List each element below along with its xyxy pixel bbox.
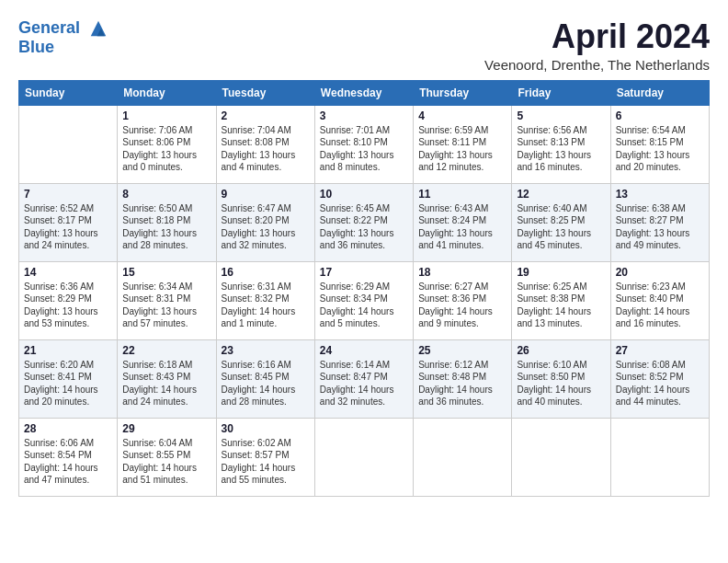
day-info: Sunrise: 6:02 AMSunset: 8:57 PMDaylight:… bbox=[222, 437, 310, 487]
weekday-header: Monday bbox=[118, 80, 216, 105]
calendar-cell: 10Sunrise: 6:45 AMSunset: 8:22 PMDayligh… bbox=[314, 183, 413, 261]
calendar-cell bbox=[414, 418, 512, 496]
day-info: Sunrise: 6:27 AMSunset: 8:36 PMDaylight:… bbox=[418, 281, 506, 330]
calendar-cell: 2Sunrise: 7:04 AMSunset: 8:08 PMDaylight… bbox=[216, 105, 314, 183]
day-number: 10 bbox=[320, 188, 408, 201]
day-number: 8 bbox=[122, 188, 210, 201]
day-number: 19 bbox=[517, 266, 605, 279]
calendar-table: SundayMondayTuesdayWednesdayThursdayFrid… bbox=[18, 80, 710, 497]
day-number: 2 bbox=[222, 109, 310, 122]
day-number: 5 bbox=[517, 109, 605, 122]
day-number: 29 bbox=[122, 422, 210, 435]
month-title: April 2024 bbox=[484, 18, 710, 55]
day-info: Sunrise: 6:14 AMSunset: 8:47 PMDaylight:… bbox=[320, 359, 408, 408]
calendar-cell: 30Sunrise: 6:02 AMSunset: 8:57 PMDayligh… bbox=[216, 418, 314, 496]
day-number: 30 bbox=[222, 422, 310, 435]
day-number: 20 bbox=[616, 266, 704, 279]
day-number: 9 bbox=[222, 188, 310, 201]
weekday-header: Saturday bbox=[610, 80, 709, 105]
calendar-cell: 8Sunrise: 6:50 AMSunset: 8:18 PMDaylight… bbox=[118, 183, 216, 261]
day-number: 1 bbox=[122, 109, 210, 122]
calendar-cell: 9Sunrise: 6:47 AMSunset: 8:20 PMDaylight… bbox=[216, 183, 314, 261]
weekday-header: Thursday bbox=[414, 80, 512, 105]
logo-text: General bbox=[18, 18, 108, 39]
day-info: Sunrise: 7:04 AMSunset: 8:08 PMDaylight:… bbox=[222, 124, 310, 174]
day-number: 4 bbox=[418, 109, 506, 122]
day-number: 16 bbox=[222, 266, 310, 279]
day-number: 24 bbox=[320, 344, 408, 357]
day-number: 18 bbox=[418, 266, 506, 279]
calendar-cell: 26Sunrise: 6:10 AMSunset: 8:50 PMDayligh… bbox=[512, 339, 610, 418]
day-number: 3 bbox=[320, 109, 408, 122]
day-number: 22 bbox=[122, 344, 210, 357]
day-info: Sunrise: 6:25 AMSunset: 8:38 PMDaylight:… bbox=[517, 281, 605, 330]
day-info: Sunrise: 6:29 AMSunset: 8:34 PMDaylight:… bbox=[320, 281, 408, 330]
weekday-header: Tuesday bbox=[216, 80, 314, 105]
day-info: Sunrise: 6:06 AMSunset: 8:54 PMDaylight:… bbox=[24, 437, 112, 487]
day-info: Sunrise: 6:59 AMSunset: 8:11 PMDaylight:… bbox=[418, 124, 506, 174]
day-info: Sunrise: 6:36 AMSunset: 8:29 PMDaylight:… bbox=[24, 281, 112, 330]
day-info: Sunrise: 7:01 AMSunset: 8:10 PMDaylight:… bbox=[320, 124, 408, 174]
calendar-cell: 17Sunrise: 6:29 AMSunset: 8:34 PMDayligh… bbox=[314, 261, 413, 339]
day-info: Sunrise: 6:16 AMSunset: 8:45 PMDaylight:… bbox=[222, 359, 310, 408]
day-info: Sunrise: 6:47 AMSunset: 8:20 PMDaylight:… bbox=[222, 202, 310, 252]
day-number: 28 bbox=[24, 422, 112, 435]
day-info: Sunrise: 6:38 AMSunset: 8:27 PMDaylight:… bbox=[616, 202, 704, 252]
calendar-cell: 5Sunrise: 6:56 AMSunset: 8:13 PMDaylight… bbox=[512, 105, 610, 183]
day-number: 14 bbox=[24, 266, 112, 279]
calendar-cell: 24Sunrise: 6:14 AMSunset: 8:47 PMDayligh… bbox=[314, 339, 413, 418]
day-info: Sunrise: 6:50 AMSunset: 8:18 PMDaylight:… bbox=[122, 202, 210, 252]
calendar-cell: 21Sunrise: 6:20 AMSunset: 8:41 PMDayligh… bbox=[19, 339, 118, 418]
page-header: General Blue April 2024 Veenoord, Drenth… bbox=[18, 18, 710, 73]
day-info: Sunrise: 6:40 AMSunset: 8:25 PMDaylight:… bbox=[517, 202, 605, 252]
location: Veenoord, Drenthe, The Netherlands bbox=[484, 57, 710, 73]
calendar-cell: 25Sunrise: 6:12 AMSunset: 8:48 PMDayligh… bbox=[414, 339, 512, 418]
day-info: Sunrise: 6:56 AMSunset: 8:13 PMDaylight:… bbox=[517, 124, 605, 174]
day-info: Sunrise: 6:45 AMSunset: 8:22 PMDaylight:… bbox=[320, 202, 408, 252]
day-info: Sunrise: 6:08 AMSunset: 8:52 PMDaylight:… bbox=[616, 359, 704, 408]
day-number: 23 bbox=[222, 344, 310, 357]
day-info: Sunrise: 6:20 AMSunset: 8:41 PMDaylight:… bbox=[24, 359, 112, 408]
calendar-cell: 4Sunrise: 6:59 AMSunset: 8:11 PMDaylight… bbox=[414, 105, 512, 183]
logo: General Blue bbox=[18, 18, 108, 57]
day-number: 27 bbox=[616, 344, 704, 357]
day-info: Sunrise: 6:18 AMSunset: 8:43 PMDaylight:… bbox=[122, 359, 210, 408]
weekday-header: Wednesday bbox=[314, 80, 413, 105]
day-number: 12 bbox=[517, 188, 605, 201]
calendar-cell bbox=[610, 418, 709, 496]
calendar-cell: 23Sunrise: 6:16 AMSunset: 8:45 PMDayligh… bbox=[216, 339, 314, 418]
day-info: Sunrise: 6:52 AMSunset: 8:17 PMDaylight:… bbox=[24, 202, 112, 252]
calendar-cell: 3Sunrise: 7:01 AMSunset: 8:10 PMDaylight… bbox=[314, 105, 413, 183]
calendar-cell bbox=[512, 418, 610, 496]
day-info: Sunrise: 6:10 AMSunset: 8:50 PMDaylight:… bbox=[517, 359, 605, 408]
calendar-cell bbox=[19, 105, 118, 183]
calendar-cell: 13Sunrise: 6:38 AMSunset: 8:27 PMDayligh… bbox=[610, 183, 709, 261]
calendar-cell: 6Sunrise: 6:54 AMSunset: 8:15 PMDaylight… bbox=[610, 105, 709, 183]
calendar-cell: 27Sunrise: 6:08 AMSunset: 8:52 PMDayligh… bbox=[610, 339, 709, 418]
day-number: 15 bbox=[122, 266, 210, 279]
calendar-cell: 1Sunrise: 7:06 AMSunset: 8:06 PMDaylight… bbox=[118, 105, 216, 183]
calendar-cell: 20Sunrise: 6:23 AMSunset: 8:40 PMDayligh… bbox=[610, 261, 709, 339]
day-info: Sunrise: 6:43 AMSunset: 8:24 PMDaylight:… bbox=[418, 202, 506, 252]
weekday-header: Sunday bbox=[19, 80, 118, 105]
calendar-cell: 18Sunrise: 6:27 AMSunset: 8:36 PMDayligh… bbox=[414, 261, 512, 339]
calendar-cell: 22Sunrise: 6:18 AMSunset: 8:43 PMDayligh… bbox=[118, 339, 216, 418]
calendar-cell: 7Sunrise: 6:52 AMSunset: 8:17 PMDaylight… bbox=[19, 183, 118, 261]
calendar-cell: 29Sunrise: 6:04 AMSunset: 8:55 PMDayligh… bbox=[118, 418, 216, 496]
day-number: 26 bbox=[517, 344, 605, 357]
calendar-cell: 15Sunrise: 6:34 AMSunset: 8:31 PMDayligh… bbox=[118, 261, 216, 339]
calendar-cell: 14Sunrise: 6:36 AMSunset: 8:29 PMDayligh… bbox=[19, 261, 118, 339]
day-info: Sunrise: 6:54 AMSunset: 8:15 PMDaylight:… bbox=[616, 124, 704, 174]
day-info: Sunrise: 6:04 AMSunset: 8:55 PMDaylight:… bbox=[122, 437, 210, 487]
calendar-cell: 16Sunrise: 6:31 AMSunset: 8:32 PMDayligh… bbox=[216, 261, 314, 339]
calendar-cell: 11Sunrise: 6:43 AMSunset: 8:24 PMDayligh… bbox=[414, 183, 512, 261]
day-number: 13 bbox=[616, 188, 704, 201]
day-info: Sunrise: 6:34 AMSunset: 8:31 PMDaylight:… bbox=[122, 281, 210, 330]
title-block: April 2024 Veenoord, Drenthe, The Nether… bbox=[484, 18, 710, 73]
calendar-cell: 28Sunrise: 6:06 AMSunset: 8:54 PMDayligh… bbox=[19, 418, 118, 496]
day-info: Sunrise: 6:31 AMSunset: 8:32 PMDaylight:… bbox=[222, 281, 310, 330]
calendar-cell bbox=[314, 418, 413, 496]
day-number: 17 bbox=[320, 266, 408, 279]
day-info: Sunrise: 6:12 AMSunset: 8:48 PMDaylight:… bbox=[418, 359, 506, 408]
calendar-cell: 12Sunrise: 6:40 AMSunset: 8:25 PMDayligh… bbox=[512, 183, 610, 261]
